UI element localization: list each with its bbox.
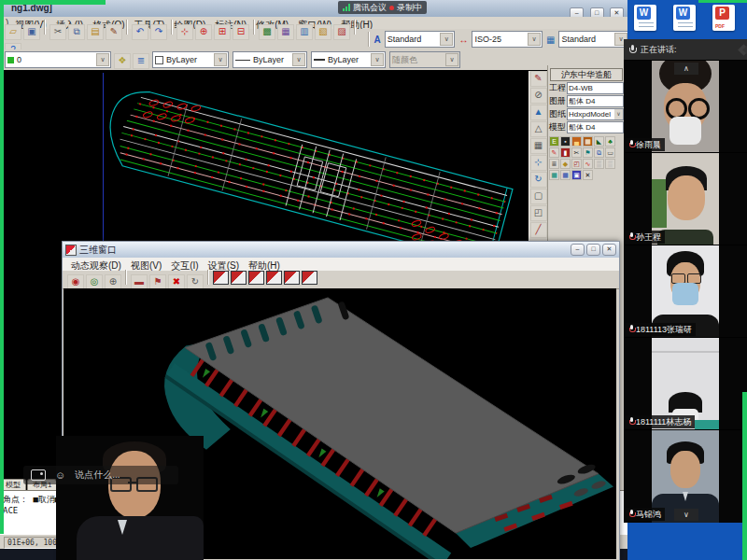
layer-combo[interactable]: 0∨ bbox=[5, 51, 111, 68]
wireframe-ship-block[interactable] bbox=[0, 70, 547, 252]
view-cube-icon[interactable] bbox=[302, 271, 317, 285]
fill-icon[interactable]: ▲ bbox=[530, 105, 547, 120]
panel-tool-icon[interactable]: ⧉ bbox=[594, 147, 604, 158]
panel-tool-icon[interactable]: ▒ bbox=[594, 159, 604, 169]
draw-line-icon[interactable]: ✎ bbox=[530, 71, 547, 87]
paste-icon[interactable]: ▤ bbox=[87, 24, 104, 40]
screenshot-icon[interactable] bbox=[31, 469, 46, 481]
layer-states-icon[interactable]: ❖ bbox=[114, 53, 131, 69]
array-icon[interactable]: ▦ bbox=[530, 138, 547, 154]
linetype-combo[interactable]: ByLayer∨ bbox=[233, 51, 307, 68]
viewer3d-minimize-button[interactable]: – bbox=[571, 244, 585, 256]
cut-icon[interactable]: ✂ bbox=[49, 24, 66, 40]
project-value[interactable]: D4-WB bbox=[567, 82, 624, 94]
zoom-realtime-icon[interactable]: ⊕ bbox=[195, 24, 212, 40]
refresh-icon[interactable]: ↻ bbox=[187, 274, 204, 290]
panel-tool-icon[interactable]: ▣ bbox=[571, 170, 582, 180]
panel-tool-icon[interactable]: E bbox=[549, 136, 559, 147]
move-icon[interactable]: ⊹ bbox=[530, 155, 547, 171]
panel-tool-icon[interactable]: ▭ bbox=[605, 147, 615, 158]
copy-icon[interactable]: ⧉ bbox=[68, 24, 85, 40]
zoom-icon[interactable]: ⊕ bbox=[105, 274, 121, 290]
zoom-previous-icon[interactable]: ⊟ bbox=[233, 24, 249, 40]
rectangle-icon[interactable]: ▢ bbox=[530, 189, 547, 204]
open-icon[interactable]: ▱ bbox=[5, 24, 21, 40]
chat-input-placeholder[interactable]: 说点什么... bbox=[75, 469, 120, 482]
scroll-down-button[interactable]: ∨ bbox=[674, 509, 698, 521]
desktop-icon-word-doc-2[interactable]: W bbox=[672, 5, 697, 36]
panel-tool-icon[interactable]: ⚑ bbox=[583, 147, 593, 158]
flag-icon[interactable]: ⚑ bbox=[149, 274, 166, 290]
panel-tool-icon[interactable]: ✂ bbox=[571, 147, 582, 158]
text-style-icon: A bbox=[374, 35, 381, 45]
participant-tile[interactable]: 孙王程 bbox=[624, 152, 747, 245]
save-icon[interactable]: ▣ bbox=[23, 24, 40, 40]
lineweight-combo[interactable]: ByLayer∨ bbox=[311, 51, 386, 68]
orbit-icon[interactable]: ◉ bbox=[67, 274, 84, 290]
viewer3d-close-button[interactable]: ✕ bbox=[602, 244, 616, 256]
panel-tool-icon[interactable]: ◆ bbox=[560, 159, 571, 169]
view-cube-icon[interactable] bbox=[231, 271, 247, 285]
drawing-field: 图纸 HdxpdModel∨ bbox=[549, 108, 624, 120]
sheet-set-icon[interactable]: ▧ bbox=[315, 24, 331, 40]
participant-tile[interactable]: 1811111林志杨 bbox=[624, 337, 747, 430]
slash-icon[interactable]: ╱ bbox=[530, 222, 547, 238]
panel-tool-icon[interactable]: ▪ bbox=[560, 136, 571, 147]
participant-tile[interactable]: ∨ 马锦鸿 bbox=[624, 429, 747, 523]
panel-tool-icon[interactable]: ✕ bbox=[583, 170, 593, 180]
emoji-icon[interactable]: ☺ bbox=[55, 470, 65, 481]
participant-tile[interactable]: ∧ 徐雨晨 bbox=[624, 60, 747, 153]
match-properties-icon[interactable]: ✎ bbox=[106, 24, 122, 40]
panel-tool-icon[interactable]: ≣ bbox=[549, 159, 559, 169]
pan-icon[interactable]: ⊹ bbox=[176, 24, 193, 40]
presenter-webcam-video[interactable] bbox=[56, 436, 204, 560]
panel-tool-icon[interactable]: ▦ bbox=[583, 136, 593, 147]
participant-tile[interactable]: 1811113张瑞研 bbox=[624, 245, 747, 338]
desktop-icon-word-doc-1[interactable]: W bbox=[633, 5, 657, 36]
properties-icon[interactable]: ▩ bbox=[259, 24, 275, 40]
table-style-combo[interactable]: Standard∨ bbox=[558, 31, 629, 48]
triangle-icon[interactable]: △ bbox=[530, 121, 547, 137]
panel-tool-icon[interactable]: ∿ bbox=[583, 159, 593, 169]
view-cube-icon[interactable] bbox=[248, 271, 264, 285]
markup-icon[interactable]: ▨ bbox=[333, 24, 350, 40]
redo-icon[interactable]: ↷ bbox=[150, 24, 167, 40]
panel-tool-icon[interactable]: ▦ bbox=[560, 170, 571, 180]
panel-tool-icon[interactable]: ▦ bbox=[549, 170, 559, 180]
drawing-value[interactable]: HdxpdModel∨ bbox=[567, 108, 624, 120]
render-mode-icon[interactable]: ▬ bbox=[131, 274, 148, 290]
viewer3d-maximize-button[interactable]: □ bbox=[586, 244, 600, 256]
panel-tool-icon[interactable]: ▒ bbox=[605, 159, 615, 169]
layer-manager-icon[interactable]: ≣ bbox=[133, 53, 149, 69]
cad-side-toolbar: ✎⊘▲△▦⊹↻▢◰╱ bbox=[529, 71, 547, 243]
tab-model[interactable]: 模型 bbox=[0, 479, 26, 490]
viewer3d-window-buttons: – □ ✕ bbox=[569, 244, 616, 256]
designcenter-icon[interactable]: ▦ bbox=[277, 24, 294, 40]
desktop-icon-pdf[interactable]: P PDF bbox=[712, 5, 736, 36]
scroll-up-button[interactable]: ∧ bbox=[674, 63, 698, 75]
color-combo[interactable]: ByLayer∨ bbox=[152, 51, 229, 68]
panel-tool-icon[interactable]: ✎ bbox=[549, 147, 559, 158]
panel-tool-icon[interactable]: ◣ bbox=[594, 136, 604, 147]
zoom-window-icon[interactable]: ⊞ bbox=[214, 24, 231, 40]
free-orbit-icon[interactable]: ◎ bbox=[86, 274, 103, 290]
view-cube-icon[interactable] bbox=[213, 271, 229, 285]
album-value[interactable]: 船体 D4 bbox=[567, 95, 624, 107]
dim-style-combo[interactable]: ISO-25∨ bbox=[472, 31, 543, 48]
panel-tool-icon[interactable]: ▮ bbox=[560, 147, 571, 158]
panel-tool-icon[interactable]: ♣ bbox=[605, 136, 615, 147]
panel-tool-icon[interactable]: ◰ bbox=[571, 159, 582, 169]
panel-icon-grid: E▪▄▦◣♣✎▮✂⚑⧉▭≣◆◰∿▒▒▦▦▣✕ bbox=[548, 134, 625, 182]
meeting-chat-bar[interactable]: ☺ 说点什么... bbox=[23, 466, 178, 484]
panel-tool-icon[interactable]: ▄ bbox=[571, 136, 582, 147]
model-value[interactable]: 船体 D4 bbox=[567, 121, 624, 133]
view-cube-icon[interactable] bbox=[284, 271, 300, 285]
view-cube-icon[interactable] bbox=[266, 271, 282, 285]
undo-icon[interactable]: ↶ bbox=[132, 24, 148, 40]
circle-icon[interactable]: ⊘ bbox=[530, 88, 547, 104]
delete-icon[interactable]: ✖ bbox=[168, 274, 185, 290]
text-style-combo[interactable]: Standard∨ bbox=[385, 31, 456, 48]
rotate-icon[interactable]: ↻ bbox=[530, 172, 547, 188]
corner-icon[interactable]: ◰ bbox=[530, 205, 547, 221]
tool-palettes-icon[interactable]: ▥ bbox=[296, 24, 313, 40]
